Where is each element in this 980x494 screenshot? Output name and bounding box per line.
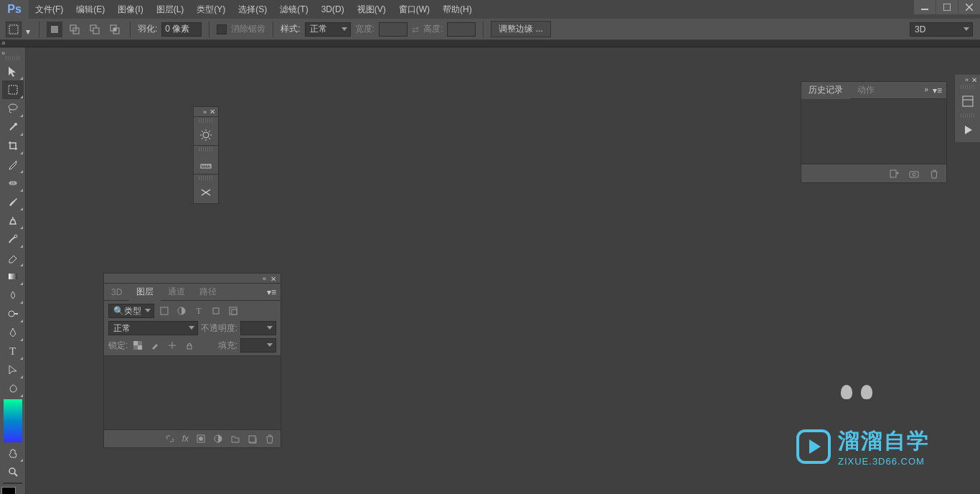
- tool-collapse-icon[interactable]: »: [0, 50, 5, 57]
- layer-fx-icon[interactable]: fx: [182, 434, 189, 444]
- layer-mask-icon[interactable]: [196, 434, 206, 444]
- tab-history[interactable]: 历史记录: [801, 82, 850, 99]
- tab-layers[interactable]: 图层: [129, 284, 161, 301]
- opacity-input[interactable]: [240, 321, 276, 335]
- play-icon[interactable]: [957, 119, 979, 141]
- select-new-icon[interactable]: [47, 22, 62, 37]
- workspace-switcher[interactable]: 3D: [910, 22, 973, 37]
- menu-3d[interactable]: 3D(D): [315, 0, 351, 19]
- menu-window[interactable]: 窗口(W): [392, 0, 436, 19]
- eyedropper-tool[interactable]: [2, 155, 24, 174]
- dodge-tool[interactable]: [2, 304, 24, 323]
- style-dropdown[interactable]: 正常: [305, 22, 351, 37]
- history-new-doc-icon[interactable]: [889, 169, 899, 179]
- history-collapse-icon[interactable]: »: [924, 85, 928, 95]
- menu-image[interactable]: 图像(I): [111, 0, 149, 19]
- menu-file[interactable]: 文件(F): [29, 0, 70, 19]
- menu-filter[interactable]: 滤镜(T): [273, 0, 314, 19]
- type-tool[interactable]: T: [2, 342, 24, 360]
- link-layers-icon[interactable]: [165, 434, 175, 444]
- mini-close-icon[interactable]: ✕: [209, 108, 215, 116]
- marquee-tool[interactable]: [2, 80, 24, 99]
- current-tool-icon[interactable]: [6, 22, 22, 37]
- history-menu-icon[interactable]: ▾≡: [933, 85, 942, 95]
- menu-select[interactable]: 选择(S): [232, 0, 273, 19]
- filter-kind-dropdown[interactable]: 🔍 类型: [108, 304, 154, 318]
- history-delete-icon[interactable]: [929, 169, 939, 179]
- zoom-tool[interactable]: [2, 462, 24, 481]
- delete-layer-icon[interactable]: [265, 434, 275, 444]
- brush-tool[interactable]: [2, 192, 24, 211]
- mini-3d-light-icon[interactable]: [194, 124, 218, 146]
- lasso-tool[interactable]: [2, 99, 24, 118]
- minimize-button[interactable]: [914, 0, 936, 14]
- path-select-tool[interactable]: [2, 360, 24, 379]
- select-add-icon[interactable]: [67, 22, 83, 37]
- filter-pixel-icon[interactable]: [157, 304, 171, 317]
- filter-type-icon[interactable]: T: [192, 304, 206, 317]
- tool-grip[interactable]: [6, 56, 20, 60]
- blend-mode-dropdown[interactable]: 正常: [108, 321, 198, 335]
- filter-adjust-icon[interactable]: [174, 304, 189, 317]
- blur-tool[interactable]: [2, 286, 24, 304]
- layers-menu-icon[interactable]: ▾≡: [267, 287, 276, 297]
- clone-stamp-tool[interactable]: [2, 211, 24, 230]
- adjustment-layer-icon[interactable]: [213, 434, 223, 444]
- new-layer-icon[interactable]: [248, 434, 258, 444]
- move-tool[interactable]: [2, 62, 24, 80]
- mini-grip-2[interactable]: [199, 147, 213, 152]
- mini-measure-icon[interactable]: [194, 153, 218, 174]
- filter-shape-icon[interactable]: [209, 304, 223, 317]
- rstrip-close-icon[interactable]: ✕: [971, 76, 977, 82]
- menu-help[interactable]: 帮助(H): [436, 0, 479, 19]
- tab-channels[interactable]: 通道: [161, 284, 192, 301]
- foreground-color-swatch[interactable]: [1, 487, 16, 494]
- antialias-checkbox[interactable]: [217, 24, 227, 34]
- layers-collapse-icon[interactable]: «: [263, 275, 266, 281]
- swap-wh-icon: ⇄: [412, 24, 419, 34]
- menu-type[interactable]: 类型(Y): [190, 0, 232, 19]
- history-snapshot-icon[interactable]: [909, 169, 919, 179]
- tool-preset-drop[interactable]: ▾: [26, 27, 32, 32]
- history-list[interactable]: [801, 99, 946, 164]
- crop-tool[interactable]: [2, 136, 24, 155]
- magic-wand-tool[interactable]: [2, 118, 24, 136]
- app-logo[interactable]: Ps: [0, 0, 29, 19]
- layer-group-icon[interactable]: [230, 434, 240, 444]
- select-subtract-icon[interactable]: [87, 22, 103, 37]
- layer-list[interactable]: [104, 355, 281, 430]
- healing-tool[interactable]: [2, 174, 24, 192]
- menu-layer[interactable]: 图层(L): [150, 0, 191, 19]
- mini-settings-icon[interactable]: [194, 182, 218, 203]
- mini-grip[interactable]: [199, 118, 213, 123]
- refine-edge-button[interactable]: 调整边缘 ...: [491, 21, 550, 37]
- filter-smart-icon[interactable]: [226, 304, 240, 317]
- properties-icon[interactable]: [957, 90, 979, 112]
- lock-all-icon[interactable]: [182, 339, 197, 352]
- feather-input[interactable]: [161, 22, 202, 37]
- hand-tool[interactable]: [2, 444, 24, 462]
- menu-edit[interactable]: 编辑(E): [70, 0, 111, 19]
- lock-transparent-icon[interactable]: [131, 339, 145, 352]
- lock-position-icon[interactable]: [165, 339, 179, 352]
- mini-collapse-icon[interactable]: »: [203, 108, 207, 116]
- eraser-tool[interactable]: [2, 248, 24, 267]
- shape-tool[interactable]: [2, 379, 24, 398]
- maximize-button[interactable]: [936, 0, 958, 14]
- pen-tool[interactable]: [2, 323, 24, 342]
- fill-input[interactable]: [240, 338, 276, 353]
- menu-view[interactable]: 视图(V): [351, 0, 392, 19]
- layers-close-icon[interactable]: ✕: [270, 275, 276, 281]
- color-swatches[interactable]: [1, 487, 24, 494]
- tab-3d[interactable]: 3D: [104, 284, 129, 301]
- close-button[interactable]: [958, 0, 980, 14]
- tab-paths[interactable]: 路径: [192, 284, 224, 301]
- select-intersect-icon[interactable]: [107, 22, 123, 37]
- rstrip-expand-icon[interactable]: »: [965, 76, 969, 82]
- gradient-tool[interactable]: [2, 267, 24, 286]
- history-brush-tool[interactable]: [2, 230, 24, 248]
- mini-grip-3[interactable]: [199, 176, 213, 180]
- expand-tabbar-icon[interactable]: »: [1, 39, 6, 47]
- tab-actions[interactable]: 动作: [850, 82, 882, 99]
- lock-paint-icon[interactable]: [148, 339, 162, 352]
